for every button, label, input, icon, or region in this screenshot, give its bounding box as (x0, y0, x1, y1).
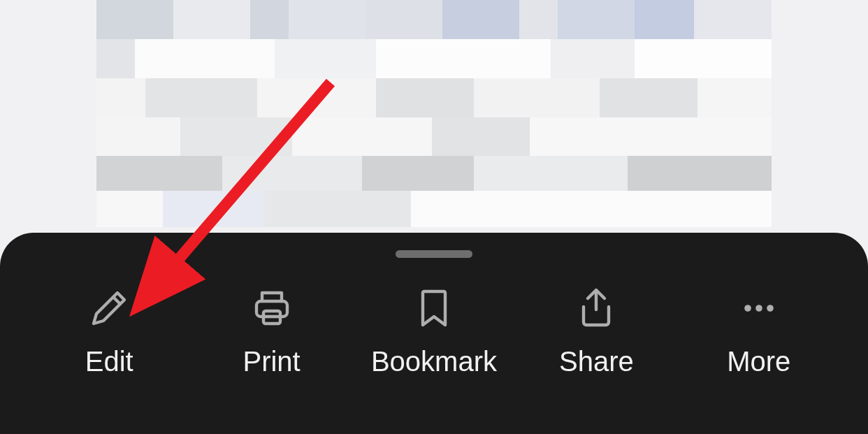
svg-rect-0 (256, 301, 287, 317)
document-page (96, 0, 772, 227)
more-button[interactable]: More (689, 286, 829, 377)
print-label: Print (243, 346, 300, 377)
share-icon (574, 286, 619, 331)
bookmark-button[interactable]: Bookmark (364, 286, 504, 377)
svg-point-3 (755, 305, 762, 312)
share-label: Share (559, 346, 634, 377)
svg-point-2 (744, 305, 751, 312)
share-button[interactable]: Share (526, 286, 666, 377)
toolbar-items: Edit Print Bookmark (0, 286, 868, 377)
edit-label: Edit (85, 346, 133, 377)
drag-handle[interactable] (396, 250, 472, 258)
print-button[interactable]: Print (202, 286, 342, 377)
printer-icon (249, 286, 294, 331)
bookmark-icon (412, 286, 456, 331)
dots-icon (737, 286, 781, 331)
pencil-icon (87, 286, 131, 331)
svg-point-4 (767, 305, 774, 312)
more-label: More (727, 346, 790, 377)
bottom-toolbar: Edit Print Bookmark (0, 233, 868, 434)
edit-button[interactable]: Edit (39, 286, 179, 377)
document-preview (0, 0, 868, 234)
bookmark-label: Bookmark (371, 346, 497, 377)
